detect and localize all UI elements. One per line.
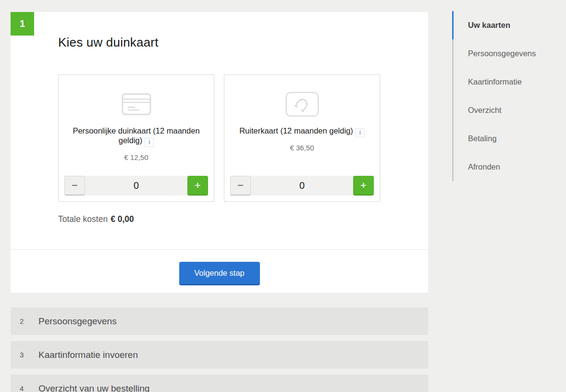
step-title: Persoonsgegevens bbox=[38, 316, 117, 327]
collapsed-step-overzicht[interactable]: 4 Overzicht van uw bestelling bbox=[11, 375, 428, 392]
quantity-stepper: − 0 + bbox=[230, 176, 374, 196]
quantity-stepper: − 0 + bbox=[64, 176, 208, 196]
step1-number-badge: 1 bbox=[11, 12, 34, 36]
sidebar-item-persoonsgegevens[interactable]: Persoonsgegevens bbox=[452, 39, 566, 68]
page-title: Kies uw duinkaart bbox=[58, 12, 380, 50]
product-name: Persoonlijke duinkaart (12 maanden geldi… bbox=[73, 126, 200, 147]
product-name-text: Persoonlijke duinkaart (12 maanden geldi… bbox=[73, 126, 199, 145]
decrease-quantity-button[interactable]: − bbox=[64, 176, 85, 196]
increase-quantity-button[interactable]: + bbox=[353, 176, 374, 196]
product-cards-row: Persoonlijke duinkaart (12 maanden geldi… bbox=[58, 74, 380, 202]
credit-card-icon bbox=[59, 91, 214, 117]
sidebar-item-kaartinformatie[interactable]: Kaartinformatie bbox=[452, 68, 566, 96]
product-price: € 36,50 bbox=[224, 144, 380, 152]
step-title: Overzicht van uw bestelling bbox=[38, 383, 149, 392]
total-cost-label: Totale kosten bbox=[58, 214, 108, 224]
total-cost-line: Totale kosten€ 0,00 bbox=[58, 214, 380, 224]
increase-quantity-button[interactable]: + bbox=[187, 176, 208, 196]
step-number: 2 bbox=[20, 317, 31, 325]
quantity-value: 0 bbox=[85, 176, 187, 196]
sidebar-item-overzicht[interactable]: Overzicht bbox=[452, 96, 566, 124]
collapsed-step-persoonsgegevens[interactable]: 2 Persoonsgegevens bbox=[11, 307, 428, 335]
collapsed-step-kaartinformatie[interactable]: 3 Kaartinformatie invoeren bbox=[11, 341, 428, 368]
product-card-persoonlijke-duinkaart: Persoonlijke duinkaart (12 maanden geldi… bbox=[58, 74, 214, 202]
product-price: € 12,50 bbox=[59, 153, 214, 161]
sidebar-item-uw-kaarten[interactable]: Uw kaarten bbox=[452, 11, 566, 39]
step-number: 3 bbox=[20, 351, 31, 359]
quantity-value: 0 bbox=[251, 176, 353, 196]
step1-panel: 1 Kies uw duinkaart Persoonl bbox=[11, 12, 428, 293]
product-name: Ruiterkaart (12 maanden geldig)i bbox=[238, 126, 366, 137]
info-icon[interactable]: i bbox=[356, 128, 365, 137]
step-number: 4 bbox=[20, 384, 31, 392]
horseshoe-icon bbox=[224, 91, 380, 117]
step-title: Kaartinformatie invoeren bbox=[38, 350, 138, 360]
total-cost-value: € 0,00 bbox=[111, 214, 134, 224]
product-card-ruiterkaart: Ruiterkaart (12 maanden geldig)i € 36,50… bbox=[224, 74, 380, 202]
decrease-quantity-button[interactable]: − bbox=[230, 176, 251, 196]
sidebar-item-afronden[interactable]: Afronden bbox=[452, 153, 566, 181]
info-icon[interactable]: i bbox=[145, 138, 154, 147]
next-step-button[interactable]: Volgende stap bbox=[179, 262, 260, 285]
product-name-text: Ruiterkaart (12 maanden geldig) bbox=[239, 126, 353, 135]
sidebar-item-betaling[interactable]: Betaling bbox=[452, 124, 566, 153]
main-column: 1 Kies uw duinkaart Persoonl bbox=[11, 12, 428, 392]
progress-sidebar: Uw kaarten Persoonsgegevens Kaartinforma… bbox=[452, 11, 566, 181]
